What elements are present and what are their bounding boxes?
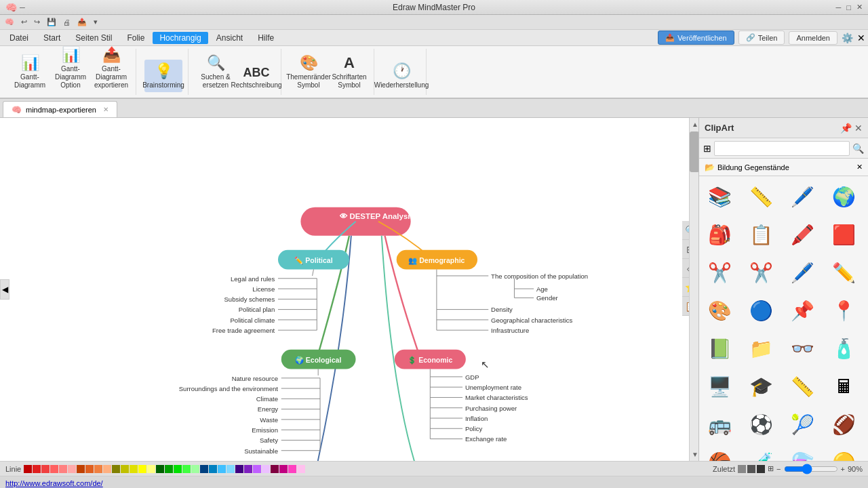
app-menu-icon[interactable]: 🧠 (3, 17, 16, 27)
clipart-pencils[interactable]: 🖊️ (785, 179, 821, 214)
swatch-31[interactable] (297, 465, 305, 473)
swatch-16[interactable] (165, 465, 173, 473)
clipart-backpack[interactable]: 🎒 (702, 217, 737, 252)
mindmap-diagram[interactable]: 👁 DESTEP Analysis ✏️ Political (0, 118, 698, 461)
swatch-23[interactable] (226, 465, 235, 473)
clipart-ruler[interactable]: 📏 (785, 369, 821, 404)
clipart-yellow-jar[interactable]: 🟡 (827, 445, 862, 461)
swatch-1[interactable] (33, 465, 41, 473)
swatch-11[interactable] (121, 465, 129, 473)
clipart-soccer[interactable]: ⚽ (743, 407, 778, 442)
brainstorming-btn[interactable]: 💡 Brainstorming (144, 60, 182, 92)
swatch-27[interactable] (262, 465, 270, 473)
menu-hilfe[interactable]: Hilfe (251, 32, 281, 44)
swatch-17[interactable] (174, 465, 182, 473)
clipart-basketball[interactable]: 🏀 (702, 445, 737, 461)
clipart-flask[interactable]: 🧪 (743, 445, 778, 461)
recent-swatch-2[interactable] (757, 465, 765, 473)
clipart-globe[interactable]: 🌍 (827, 179, 862, 214)
swatch-7[interactable] (85, 465, 94, 473)
minimize-btn[interactable]: ─ (20, 3, 25, 12)
zoom-slider[interactable] (784, 464, 838, 474)
swatch-29[interactable] (279, 465, 288, 473)
swatch-0[interactable] (24, 465, 32, 473)
redo-btn[interactable]: ↪ (32, 17, 42, 27)
swatch-13[interactable] (138, 465, 146, 473)
swatch-26[interactable] (253, 465, 261, 473)
swatch-30[interactable] (288, 465, 296, 473)
clipart-colors[interactable]: 🟥 (827, 217, 862, 252)
clipart-ruler-set[interactable]: 📏 (743, 179, 778, 214)
menu-start[interactable]: Start (37, 32, 67, 44)
gantt-export-btn[interactable]: 📤 Gantt-Diagramm exportieren (92, 43, 130, 92)
share-button[interactable]: 🔗 Teilen (738, 30, 785, 45)
spell-check-btn[interactable]: ABC Rechtschreibung (237, 63, 275, 92)
swatch-15[interactable] (156, 465, 164, 473)
vertical-scrollbar[interactable]: ▲ ▼ (689, 118, 698, 461)
fit-icon[interactable]: ⊞ (768, 464, 774, 473)
footer-url-bar[interactable]: http://www.edrawsoft.com/de/ (0, 476, 868, 488)
clipart-folder[interactable]: 📁 (743, 331, 778, 366)
scroll-down-arrow[interactable]: ▼ (692, 451, 698, 458)
ecological-node[interactable]: 🌍 Ecological (281, 350, 356, 369)
clipart-notepad[interactable]: 📋 (743, 217, 778, 252)
publish-button[interactable]: 📤 Veröffentlichen (658, 30, 734, 45)
close-btn[interactable]: ✕ (857, 33, 865, 43)
clipart-pen[interactable]: 🖊️ (785, 255, 821, 290)
export-btn[interactable]: 📤 (75, 17, 89, 27)
minimize-window-btn[interactable]: ─ (836, 3, 842, 12)
political-node[interactable]: ✏️ Political (278, 250, 349, 270)
gantt-option-btn[interactable]: 📊 Gantt-Diagramm Option (52, 43, 90, 92)
swatch-12[interactable] (130, 465, 138, 473)
clipart-tennis[interactable]: 🎾 (785, 407, 821, 442)
swatch-18[interactable] (182, 465, 191, 473)
scroll-up-arrow[interactable]: ▲ (692, 121, 698, 128)
clipart-search-btn[interactable]: 🔍 (852, 143, 864, 154)
swatch-9[interactable] (103, 465, 111, 473)
swatch-10[interactable] (112, 465, 120, 473)
print-btn[interactable]: 🖨 (61, 18, 73, 27)
search-replace-btn[interactable]: 🔍 Suchen & ersetzen (197, 52, 235, 92)
clipart-glasses[interactable]: 👓 (785, 331, 821, 366)
swatch-5[interactable] (68, 465, 76, 473)
scroll-thumb[interactable] (690, 131, 698, 172)
swatch-19[interactable] (191, 465, 199, 473)
login-button[interactable]: Anmelden (789, 31, 837, 45)
qa-extra[interactable]: ▾ (92, 17, 100, 27)
clipart-dots[interactable]: 🔵 (743, 293, 778, 328)
canvas-area[interactable]: ▲ ▼ 👁 DESTEP Analysis (0, 118, 698, 461)
clipart-blackboard[interactable]: 🖥️ (702, 369, 737, 404)
menu-datei[interactable]: Datei (3, 32, 35, 44)
swatch-3[interactable] (50, 465, 58, 473)
tab-mindmap[interactable]: 🧠 mindmap-exportieren ✕ (3, 101, 117, 117)
swatch-28[interactable] (271, 465, 279, 473)
close-window-btn[interactable]: ✕ (856, 3, 863, 12)
clipart-graduation[interactable]: 🎓 (743, 369, 778, 404)
menu-ansicht[interactable]: Ansicht (210, 32, 250, 44)
menu-hochrangig[interactable]: Hochrangig (153, 32, 208, 44)
clipart-calculator[interactable]: 🖩 (827, 369, 862, 404)
clipart-books2[interactable]: 📗 (702, 331, 737, 366)
clipart-football[interactable]: 🏈 (827, 407, 862, 442)
clipart-markers[interactable]: 🖍️ (785, 217, 821, 252)
swatch-8[interactable] (94, 465, 102, 473)
swatch-24[interactable] (235, 465, 243, 473)
swatch-22[interactable] (218, 465, 226, 473)
tab-close-btn[interactable]: ✕ (103, 106, 108, 113)
swatch-6[interactable] (77, 465, 85, 473)
menu-seiten-stil[interactable]: Seiten Stil (68, 32, 119, 44)
settings-icon[interactable]: ⚙️ (842, 33, 853, 43)
category-close-btn[interactable]: ✕ (856, 163, 863, 171)
recent-swatch-1[interactable] (747, 465, 755, 473)
clipart-pin2[interactable]: 📍 (827, 293, 862, 328)
theme-borders-btn[interactable]: 🎨 Themenränder Symbol (290, 52, 328, 92)
gantt-diagramm-btn[interactable]: 📊 Gantt-Diagramm (11, 52, 49, 92)
scroll-left-btn[interactable]: ◀ (0, 279, 9, 300)
clipart-flask2[interactable]: ⚗️ (785, 445, 821, 461)
clipart-bus[interactable]: 🚌 (702, 407, 737, 442)
clipart-pencil[interactable]: ✏️ (827, 255, 862, 290)
recent-swatch-0[interactable] (738, 465, 746, 473)
clipart-scissors2[interactable]: ✂️ (743, 255, 778, 290)
economic-node[interactable]: 💲 Economic (395, 350, 466, 369)
swatch-25[interactable] (244, 465, 252, 473)
